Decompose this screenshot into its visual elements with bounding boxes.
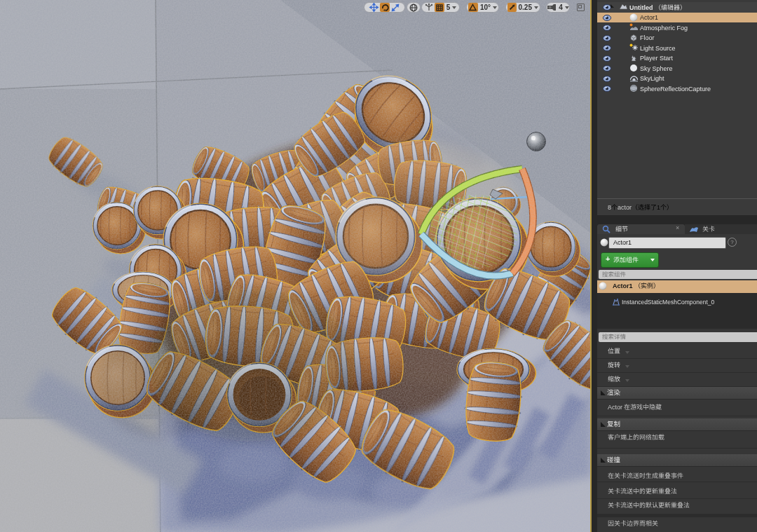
svg-text:1: 1 [657,204,660,211]
